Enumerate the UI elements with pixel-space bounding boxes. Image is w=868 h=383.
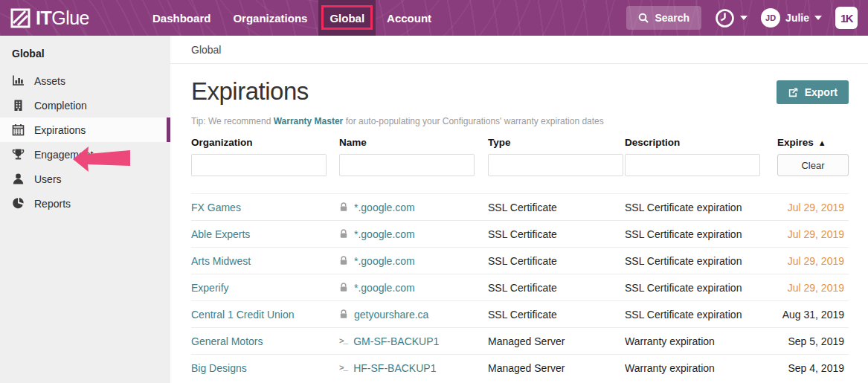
terminal-icon: >_ bbox=[339, 364, 347, 373]
description-cell: SSL Certificate expiration bbox=[625, 282, 777, 294]
organization-link[interactable]: Central 1 Credit Union bbox=[191, 309, 295, 321]
sidebar-item-engagement[interactable]: Engagement bbox=[0, 142, 170, 167]
expires-cell: Sep 4, 2019 bbox=[777, 362, 849, 374]
organization-link[interactable]: FX Games bbox=[191, 202, 241, 213]
page-layout: Global Assets Completion Expirations bbox=[0, 36, 868, 383]
type-cell: SSL Certificate bbox=[488, 202, 625, 213]
export-button[interactable]: Export bbox=[777, 80, 849, 104]
table-filter-row: Clear bbox=[191, 154, 849, 176]
avatar: JD bbox=[761, 8, 780, 28]
breadcrumb-global[interactable]: Global bbox=[191, 44, 221, 56]
organization-link[interactable]: Arts Midwest bbox=[191, 255, 251, 267]
top-navigation: Dashboard Organizations Global Account bbox=[141, 0, 443, 36]
bar-chart-icon bbox=[12, 74, 25, 87]
it-glue-mark-icon bbox=[10, 8, 30, 28]
expires-cell: Jul 29, 2019 bbox=[777, 282, 849, 294]
user-name: Julie bbox=[785, 12, 809, 24]
it-glue-app: ITGlue Dashboard Organizations Global Ac… bbox=[0, 0, 868, 383]
table-row: Central 1 Credit Union getyourshare.ca S… bbox=[191, 300, 849, 327]
sidebar-item-completion[interactable]: Completion bbox=[0, 93, 170, 118]
name-link[interactable]: *.google.com bbox=[354, 282, 415, 294]
name-link[interactable]: *.google.com bbox=[354, 202, 415, 213]
content-area: Expirations Export Tip: We recommend War… bbox=[170, 64, 868, 381]
organization-link[interactable]: Big Designs bbox=[191, 362, 247, 374]
filter-name-input[interactable] bbox=[339, 154, 475, 176]
trophy-icon bbox=[12, 148, 25, 161]
table-body: FX Games *.google.com SSL Certificate SS… bbox=[191, 193, 849, 381]
logo-text: ITGlue bbox=[36, 7, 89, 29]
it-glue-logo[interactable]: ITGlue bbox=[0, 7, 100, 29]
organization-link[interactable]: General Motors bbox=[191, 335, 263, 347]
sidebar-item-label: Assets bbox=[34, 75, 65, 87]
sidebar-title: Global bbox=[0, 36, 170, 68]
pie-chart-icon bbox=[12, 197, 25, 210]
sidebar-item-label: Users bbox=[34, 173, 62, 185]
clear-filters-button[interactable]: Clear bbox=[777, 154, 849, 176]
table-row: Able Experts *.google.com SSL Certificat… bbox=[191, 220, 849, 247]
sidebar-item-users[interactable]: Users bbox=[0, 167, 170, 191]
description-cell: SSL Certificate expiration bbox=[625, 202, 777, 213]
clock-icon bbox=[715, 8, 735, 28]
search-label: Search bbox=[655, 12, 689, 24]
breadcrumb: Global bbox=[170, 36, 868, 64]
warranty-master-link[interactable]: Warranty Master bbox=[274, 116, 344, 126]
name-link[interactable]: GM-SF-BACKUP1 bbox=[353, 335, 439, 347]
column-header-type[interactable]: Type bbox=[488, 137, 625, 148]
column-header-name[interactable]: Name bbox=[339, 137, 488, 148]
description-cell: Warranty expiration bbox=[625, 362, 777, 374]
top-bar: ITGlue Dashboard Organizations Global Ac… bbox=[0, 0, 868, 36]
table-row: FX Games *.google.com SSL Certificate SS… bbox=[191, 193, 849, 220]
description-cell: SSL Certificate expiration bbox=[625, 255, 777, 267]
recent-activity-menu[interactable] bbox=[715, 8, 748, 28]
organization-link[interactable]: Able Experts bbox=[191, 228, 250, 240]
expires-cell: Jul 29, 2019 bbox=[777, 202, 849, 213]
main-panel: Global Expirations Export Tip: We recomm… bbox=[170, 36, 868, 383]
filter-type-input[interactable] bbox=[488, 154, 623, 176]
table-row: Arts Midwest *.google.com SSL Certificat… bbox=[191, 247, 849, 274]
lock-icon bbox=[339, 256, 348, 265]
calendar-icon bbox=[12, 123, 25, 136]
building-icon bbox=[12, 99, 25, 112]
sidebar-item-expirations[interactable]: Expirations bbox=[0, 118, 170, 142]
lock-icon bbox=[339, 283, 348, 292]
table-row: General Motors >_GM-SF-BACKUP1 Managed S… bbox=[191, 327, 849, 354]
nav-item-dashboard[interactable]: Dashboard bbox=[141, 0, 222, 36]
top-bar-right: Search JD Julie 1K bbox=[626, 6, 868, 30]
filter-description-input[interactable] bbox=[625, 154, 760, 176]
sidebar-item-reports[interactable]: Reports bbox=[0, 191, 170, 216]
user-menu[interactable]: JD Julie bbox=[761, 8, 822, 28]
expires-cell: Aug 31, 2019 bbox=[777, 309, 849, 321]
name-link[interactable]: getyourshare.ca bbox=[354, 309, 428, 321]
description-cell: SSL Certificate expiration bbox=[625, 228, 777, 240]
nav-item-account[interactable]: Account bbox=[376, 0, 443, 36]
sidebar-item-assets[interactable]: Assets bbox=[0, 68, 170, 93]
type-cell: SSL Certificate bbox=[488, 255, 625, 267]
chevron-down-icon bbox=[740, 16, 748, 20]
type-cell: SSL Certificate bbox=[488, 309, 625, 321]
user-icon bbox=[12, 173, 25, 185]
search-button[interactable]: Search bbox=[626, 6, 701, 30]
filter-organization-input[interactable] bbox=[191, 154, 327, 176]
export-icon bbox=[788, 87, 799, 98]
chevron-down-icon bbox=[814, 16, 822, 20]
expires-cell: Jul 29, 2019 bbox=[777, 228, 849, 240]
sort-ascending-icon: ▲ bbox=[818, 138, 826, 147]
table-row: Big Designs >_HF-SF-BACKUP1 Managed Serv… bbox=[191, 354, 849, 381]
name-link[interactable]: *.google.com bbox=[354, 255, 415, 267]
terminal-icon: >_ bbox=[339, 337, 347, 346]
nav-item-global[interactable]: Global bbox=[318, 0, 376, 36]
column-header-expires[interactable]: Expires▲ bbox=[777, 137, 849, 148]
description-cell: Warranty expiration bbox=[625, 335, 777, 347]
description-cell: SSL Certificate expiration bbox=[625, 309, 777, 321]
kaseya-badge[interactable]: 1K bbox=[835, 7, 858, 29]
nav-item-organizations[interactable]: Organizations bbox=[222, 0, 318, 36]
organization-link[interactable]: Experify bbox=[191, 282, 229, 294]
export-label: Export bbox=[805, 86, 838, 98]
lock-icon bbox=[339, 202, 348, 212]
sidebar-item-label: Engagement bbox=[34, 149, 93, 161]
column-header-description[interactable]: Description bbox=[625, 137, 777, 148]
column-header-organization[interactable]: Organization bbox=[191, 137, 339, 148]
name-link[interactable]: *.google.com bbox=[354, 228, 415, 240]
name-link[interactable]: HF-SF-BACKUP1 bbox=[353, 362, 436, 374]
sidebar-item-label: Expirations bbox=[34, 124, 86, 136]
